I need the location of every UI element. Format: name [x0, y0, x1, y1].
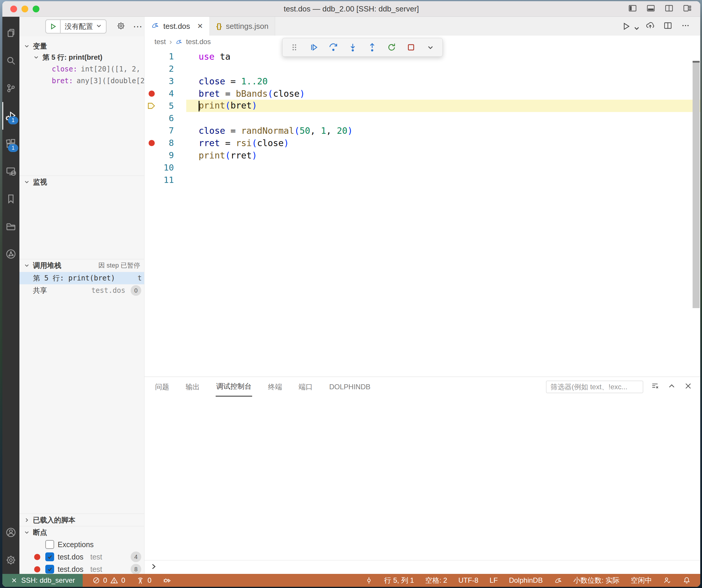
watch-section-header[interactable]: 监视: [19, 176, 144, 188]
gutter[interactable]: 4: [144, 87, 186, 100]
loaded-scripts-section-header[interactable]: 已载入的脚本: [19, 514, 144, 526]
panel-tab-调试控制台[interactable]: 调试控制台: [216, 377, 252, 397]
notifications-icon[interactable]: [683, 576, 691, 584]
decimal-places[interactable]: 小数位数: 实际: [573, 576, 620, 585]
minimize-window-button[interactable]: [21, 6, 28, 12]
split-editor-icon[interactable]: [663, 21, 673, 31]
code-editor[interactable]: 1use ta23close = 1..204bret = bBands(clo…: [144, 48, 700, 377]
dolphindb-status-icon[interactable]: [554, 576, 562, 584]
cursor-position[interactable]: 行 5, 列 1: [384, 576, 414, 585]
code-line-2[interactable]: 2: [144, 62, 700, 75]
start-debug-icon[interactable]: [46, 20, 61, 33]
gutter[interactable]: 7: [144, 124, 186, 137]
activity-settings-icon[interactable]: [2, 546, 19, 574]
breakpoint-checkbox[interactable]: [45, 553, 54, 561]
code-line-6[interactable]: 6: [144, 112, 700, 124]
problems-indicator[interactable]: 0 0: [92, 576, 125, 584]
indentation[interactable]: 空格: 2: [425, 576, 447, 585]
code-line-3[interactable]: 3close = 1..20: [144, 75, 700, 87]
panel-tab-终端[interactable]: 终端: [267, 378, 283, 396]
ports-indicator[interactable]: 0: [136, 576, 151, 584]
gutter[interactable]: 5: [144, 100, 186, 112]
panel-tab-端口[interactable]: 端口: [298, 378, 313, 396]
variables-scope-row[interactable]: 第 5 行: print(bret): [19, 51, 144, 63]
close-panel-icon[interactable]: [684, 382, 693, 392]
breadcrumb-file[interactable]: test.dos: [186, 38, 211, 46]
remote-indicator[interactable]: SSH: ddb_server: [2, 574, 83, 587]
run-file-button[interactable]: [621, 21, 637, 31]
activity-bookmarks-icon[interactable]: [2, 185, 19, 212]
stop-icon[interactable]: [406, 42, 416, 52]
variables-section-header[interactable]: 变量: [19, 40, 144, 52]
activity-run-debug-icon[interactable]: 1: [2, 102, 19, 130]
toggle-panel-icon[interactable]: [646, 4, 656, 14]
activity-dolphindb-explorer-icon[interactable]: [2, 240, 19, 268]
launch-config-control[interactable]: 没有配置: [45, 19, 107, 33]
scrollbar-thumb[interactable]: [693, 62, 700, 308]
breakpoint-dot-icon[interactable]: [148, 91, 155, 97]
activity-source-control-icon[interactable]: [2, 75, 19, 102]
drag-handle-icon[interactable]: [289, 42, 300, 52]
toggle-sidebar-icon[interactable]: [628, 4, 637, 14]
gutter[interactable]: 8: [144, 137, 186, 149]
more-actions-icon[interactable]: [681, 21, 690, 31]
step-out-icon[interactable]: [367, 42, 377, 52]
gutter[interactable]: 6: [144, 112, 186, 124]
gutter[interactable]: 11: [144, 174, 186, 186]
editor-scrollbar[interactable]: [692, 48, 700, 377]
step-into-icon[interactable]: [348, 42, 358, 52]
upload-icon[interactable]: [646, 21, 655, 31]
call-stack-frame[interactable]: 共享test.dos0: [19, 284, 144, 297]
close-window-button[interactable]: [10, 6, 17, 12]
debug-console-output[interactable]: [144, 397, 700, 560]
customize-layout-icon[interactable]: [683, 4, 692, 14]
code-line-8[interactable]: 8rret = rsi(close): [144, 137, 700, 149]
zoom-window-button[interactable]: [33, 6, 39, 12]
panel-tab-DOLPHINDB[interactable]: DOLPHINDB: [329, 378, 371, 396]
language-mode[interactable]: DolphinDB: [509, 576, 543, 584]
debug-settings-gear-icon[interactable]: [117, 21, 125, 31]
step-over-icon[interactable]: [328, 42, 338, 52]
breakpoint-dot-icon[interactable]: [148, 140, 155, 146]
activity-extensions-icon[interactable]: 1: [2, 130, 19, 157]
split-editor-icon[interactable]: [664, 4, 674, 14]
gutter[interactable]: 9: [144, 149, 186, 161]
editor-tab-settings.json[interactable]: {}settings.json: [210, 17, 275, 35]
call-stack-section-header[interactable]: 调用堆栈 因 step 已暂停: [19, 260, 144, 271]
continue-icon[interactable]: [309, 42, 319, 52]
restart-icon[interactable]: [386, 42, 396, 52]
exceptions-checkbox[interactable]: [45, 540, 54, 549]
activity-project-manager-icon[interactable]: [2, 212, 19, 240]
activity-explorer-icon[interactable]: [2, 19, 19, 47]
code-line-4[interactable]: 4bret = bBands(close): [144, 87, 700, 100]
activity-search-icon[interactable]: [2, 47, 19, 75]
panel-tab-问题[interactable]: 问题: [154, 378, 170, 396]
exceptions-breakpoint-row[interactable]: Exceptions: [19, 538, 144, 551]
activity-accounts-icon[interactable]: [2, 519, 19, 546]
clear-console-icon[interactable]: [651, 382, 660, 392]
breadcrumb-folder[interactable]: test: [154, 38, 166, 46]
encoding[interactable]: UTF-8: [458, 576, 478, 584]
breakpoints-section-header[interactable]: 断点: [19, 527, 144, 538]
gutter[interactable]: 1: [144, 50, 186, 62]
close-tab-icon[interactable]: ✕: [197, 22, 203, 30]
code-line-5[interactable]: 5print(bret): [144, 100, 700, 112]
code-line-11[interactable]: 11: [144, 174, 700, 186]
panel-tab-输出[interactable]: 输出: [185, 378, 200, 396]
breakpoint-checkbox[interactable]: [45, 565, 54, 574]
breakpoint-row[interactable]: test.dostest8: [19, 563, 144, 574]
gutter[interactable]: 2: [144, 62, 186, 75]
launch-config-label[interactable]: 没有配置: [61, 22, 95, 31]
debug-status-icon[interactable]: [163, 576, 171, 584]
code-line-7[interactable]: 7close = randNormal(50, 1, 20): [144, 124, 700, 137]
breakpoint-row[interactable]: test.dostest4: [19, 551, 144, 563]
feedback-icon[interactable]: [663, 576, 671, 584]
debug-console-input-row[interactable]: [144, 560, 700, 574]
editor-tab-test.dos[interactable]: test.dos✕: [144, 17, 210, 35]
filter-input[interactable]: [546, 381, 643, 393]
server-status[interactable]: 空闲中: [631, 576, 652, 585]
gutter[interactable]: 3: [144, 75, 186, 87]
variable-row[interactable]: bret:any[3]([double[2…: [19, 75, 144, 87]
call-stack-frame[interactable]: 第 5 行: print(bret)t: [19, 272, 144, 284]
gutter[interactable]: 10: [144, 161, 186, 174]
